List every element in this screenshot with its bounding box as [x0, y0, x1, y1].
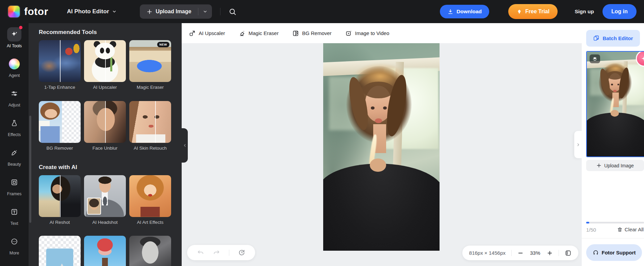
- magic-eraser-thumbnail[interactable]: NEW: [129, 40, 171, 82]
- headset-icon: [593, 250, 599, 256]
- batch-progress-bar: [586, 222, 644, 223]
- free-trial-button[interactable]: Free Trial: [508, 4, 558, 19]
- panel-scrollbar[interactable]: [29, 116, 31, 223]
- sidebar-item-agent[interactable]: Agent: [7, 57, 21, 78]
- toolbar-ai-upscaler[interactable]: AI Upscaler: [189, 30, 225, 37]
- tool-card-ice-cream[interactable]: [84, 236, 126, 266]
- clear-all-label: Clear All: [625, 227, 644, 232]
- batch-thumbnail-image: [587, 52, 644, 156]
- sidebar-item-more[interactable]: More: [7, 234, 21, 255]
- redo-button[interactable]: [213, 249, 220, 256]
- toolbar-bg-remover[interactable]: BG Remover: [292, 30, 332, 37]
- toolbar-magic-eraser[interactable]: Magic Eraser: [239, 30, 279, 37]
- toolbar-divider: [511, 250, 512, 256]
- new-badge: NEW: [157, 42, 170, 47]
- tool-card-ai-art-effects[interactable]: AI Art Effects: [129, 175, 171, 225]
- left-icon-rail: AI Tools Agent Adjust Effects Beauty: [0, 23, 29, 266]
- reset-history-button[interactable]: [238, 249, 245, 256]
- header-actions: Download Free Trial Sign up Log in: [440, 4, 637, 19]
- tool-label: 1-Tap Enhance: [39, 85, 81, 90]
- tool-card-ai-headshot[interactable]: AI Headshot: [84, 175, 126, 225]
- toolbar-image-to-video[interactable]: Image to Video: [345, 30, 390, 37]
- ai-headshot-thumbnail[interactable]: [84, 175, 126, 217]
- search-button[interactable]: [229, 8, 236, 16]
- tool-label: AI Skin Retouch: [129, 146, 171, 151]
- ai-art-effects-thumbnail[interactable]: [129, 175, 171, 217]
- bg-remover-thumbnail[interactable]: [39, 101, 81, 143]
- ai-upscaler-thumbnail[interactable]: [84, 40, 126, 82]
- undo-button[interactable]: [197, 249, 204, 256]
- sidebar-item-adjust[interactable]: Adjust: [7, 86, 21, 107]
- zoom-toolbar: 816px × 1456px 33%: [462, 246, 578, 260]
- portrait-neckline: [370, 159, 386, 172]
- editing-image[interactable]: [323, 43, 440, 251]
- sign-up-link[interactable]: Sign up: [575, 9, 594, 15]
- batch-image-thumbnail[interactable]: [586, 51, 644, 157]
- batch-editor-button[interactable]: Batch Editor: [586, 30, 640, 47]
- upload-options-dropdown[interactable]: [198, 4, 212, 19]
- batch-upload-label: Upload Image: [604, 163, 634, 168]
- sidebar-item-frames[interactable]: Frames: [7, 175, 21, 196]
- toolbar-item-label: AI Upscaler: [199, 30, 225, 36]
- batch-progress-fill: [586, 222, 589, 223]
- tool-card-1-tap-enhance[interactable]: 1-Tap Enhance: [39, 40, 81, 90]
- tool-card-ai-reshot[interactable]: AI Reshot: [39, 175, 81, 225]
- before-after-divider: [60, 40, 61, 82]
- layers-icon[interactable]: [590, 54, 600, 63]
- portrait-bangs: [363, 82, 394, 98]
- mountain-photo: [46, 248, 73, 266]
- download-button[interactable]: Download: [440, 5, 489, 18]
- bw-portrait-thumbnail[interactable]: [129, 236, 171, 266]
- batch-panel: Batch Editor Upload Image 1/50: [582, 23, 644, 266]
- collapse-panel-tab[interactable]: [182, 128, 188, 163]
- zoom-level[interactable]: 33%: [529, 250, 541, 256]
- tool-label: Face Unblur: [84, 146, 126, 151]
- tool-label: AI Reshot: [39, 220, 81, 225]
- transparency-checkerboard: [62, 101, 81, 143]
- tool-card-face-unblur[interactable]: Face Unblur: [84, 101, 126, 151]
- canvas-toolbar: AI Upscaler Magic Eraser BG Remover Imag…: [182, 23, 582, 43]
- fotor-support-button[interactable]: Fotor Support: [586, 244, 642, 261]
- sidebar-item-text[interactable]: Text: [7, 205, 21, 226]
- tool-card-ai-upscaler[interactable]: AI Upscaler: [84, 40, 126, 90]
- chevron-down-icon: [203, 9, 208, 14]
- one-tap-enhance-thumbnail[interactable]: [39, 40, 81, 82]
- tool-card-ai-skin-retouch[interactable]: AI Skin Retouch: [129, 101, 171, 151]
- tool-card-bw-portrait[interactable]: [129, 236, 171, 266]
- sidebar-item-effects[interactable]: Effects: [7, 116, 21, 137]
- sidebar-item-ai-tools[interactable]: AI Tools: [7, 27, 22, 48]
- face-unblur-thumbnail[interactable]: [84, 101, 126, 143]
- fotor-logo[interactable]: fotor: [7, 5, 48, 18]
- tool-card-cutout[interactable]: [39, 236, 81, 266]
- compare-button[interactable]: [565, 250, 572, 256]
- toolbar-item-label: Image to Video: [355, 30, 390, 36]
- rail-label: Text: [11, 221, 18, 226]
- batch-upload-button[interactable]: Upload Image: [586, 160, 644, 171]
- upscale-icon: [189, 30, 196, 37]
- sliders-icon: [7, 86, 21, 101]
- tool-card-bg-remover[interactable]: BG Remover: [39, 101, 81, 151]
- zoom-in-button[interactable]: [547, 250, 553, 256]
- toolbar-item-label: BG Remover: [302, 30, 332, 36]
- editor-mode-menu[interactable]: AI Photo Editor: [67, 8, 117, 15]
- log-in-button[interactable]: Log in: [602, 4, 637, 19]
- zoom-out-button[interactable]: [517, 250, 524, 256]
- sidebar-item-beauty[interactable]: Beauty: [7, 146, 21, 167]
- clear-all-button[interactable]: Clear All: [617, 227, 644, 232]
- upload-image-button[interactable]: Upload Image: [140, 4, 198, 19]
- before-after-divider: [105, 40, 106, 82]
- panel-divider: [582, 238, 644, 238]
- recommended-row-2: BG Remover Face Unblur AI Skin Retouch: [39, 101, 171, 151]
- download-icon: [447, 9, 453, 15]
- ai-skin-retouch-thumbnail[interactable]: [129, 101, 171, 143]
- ice-cream-thumbnail[interactable]: [84, 236, 126, 266]
- top-bar: fotor AI Photo Editor Upload Image Downl…: [0, 0, 644, 23]
- search-icon: [229, 8, 236, 16]
- ai-reshot-thumbnail[interactable]: [39, 175, 81, 217]
- cutout-thumbnail[interactable]: [39, 236, 81, 266]
- header-divider: [220, 8, 220, 15]
- notification-dot: [19, 26, 22, 29]
- blur-overlay: [84, 101, 105, 143]
- tool-card-magic-eraser[interactable]: NEW Magic Eraser: [129, 40, 171, 90]
- expand-panel-tab[interactable]: [574, 131, 582, 158]
